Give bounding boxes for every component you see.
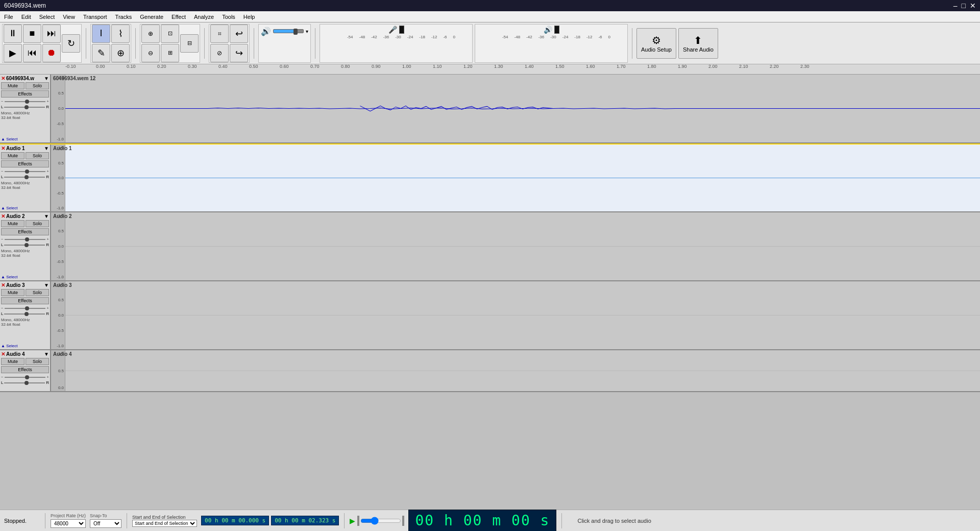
draw-tool-btn[interactable]: ✎ xyxy=(92,44,110,62)
minimize-btn[interactable]: – xyxy=(953,2,958,10)
track-5-effects[interactable]: Effects xyxy=(1,366,49,373)
play-pos-btn[interactable]: ▶ xyxy=(350,517,355,525)
multi-tool-btn[interactable]: ⊕ xyxy=(111,44,130,62)
track-1-mute[interactable]: Mute xyxy=(1,82,24,89)
menu-file[interactable]: File xyxy=(0,11,17,22)
track-3-solo[interactable]: Solo xyxy=(26,220,49,227)
menu-analyze[interactable]: Analyze xyxy=(190,11,218,22)
track-2-mute[interactable]: Mute xyxy=(1,152,24,159)
track-1-dropdown[interactable]: ▼ xyxy=(44,76,49,81)
track-3-mute[interactable]: Mute xyxy=(1,220,24,227)
sep2 xyxy=(135,28,136,59)
loop-btn[interactable]: ↻ xyxy=(62,34,80,53)
volume-dropdown[interactable]: ▾ xyxy=(306,29,308,34)
track-5-gain-slider[interactable] xyxy=(5,377,46,378)
project-rate-select[interactable]: 48000 44100 22050 xyxy=(51,519,86,528)
menu-help[interactable]: Help xyxy=(239,11,259,22)
track-3-dropdown[interactable]: ▼ xyxy=(44,213,49,219)
menu-effect[interactable]: Effect xyxy=(167,11,190,22)
menu-transport[interactable]: Transport xyxy=(79,11,111,22)
audio-setup-btn[interactable]: ⚙ Audio Setup xyxy=(636,28,676,59)
zoom-sel-btn[interactable]: ⊡ xyxy=(161,25,179,43)
next-btn[interactable]: ⏭ xyxy=(42,25,61,43)
track-3-effects[interactable]: Effects xyxy=(1,228,49,235)
toolbar: ⏸ ▶ ■ ⏮ ⏭ ⏺ ↻ I ✎ ⌇ ⊕ ⊕ ⊖ xyxy=(0,22,980,64)
zoom-out-btn[interactable]: ⊖ xyxy=(141,44,160,62)
trim-btn[interactable]: ⌗ xyxy=(210,25,229,43)
track-3-close[interactable]: ✕ xyxy=(1,213,5,219)
track-2-mute-solo: Mute Solo xyxy=(1,152,49,159)
track-4-mute[interactable]: Mute xyxy=(1,289,24,296)
track-5-mute[interactable]: Mute xyxy=(1,358,24,365)
timeline-ruler: -0.10 0.00 0.10 0.20 0.30 0.40 0.50 0.60… xyxy=(0,64,980,75)
zoom-in-btn[interactable]: ⊕ xyxy=(141,25,160,43)
track-3-waveform[interactable]: Audio 2 1.0 0.5 0.0 -0.5 -1.0 xyxy=(51,212,980,280)
track-1-gain-slider[interactable] xyxy=(5,101,46,102)
select-tool-btn[interactable]: I xyxy=(92,25,110,43)
track-4-dropdown[interactable]: ▼ xyxy=(44,282,49,288)
zoom-col2: ⊡ ⊞ xyxy=(161,25,179,62)
track-4-close[interactable]: ✕ xyxy=(1,282,5,288)
track-4-solo[interactable]: Solo xyxy=(26,289,49,296)
track-1-close[interactable]: ✕ xyxy=(1,76,5,81)
track-1-waveform[interactable]: 60496934.wem 12 1.0 0.5 0.0 -0.5 -1.0 xyxy=(51,75,980,142)
track-1-select[interactable]: ▲ Select xyxy=(1,137,49,141)
track-4-waveform[interactable]: Audio 3 1.0 0.5 0.0 -0.5 -1.0 xyxy=(51,281,980,349)
sep4 xyxy=(254,28,254,59)
track-5-svg xyxy=(65,350,980,391)
track-4-select[interactable]: ▲ Select xyxy=(1,344,49,348)
silence-btn[interactable]: ⊘ xyxy=(210,44,229,62)
track-3-gain-slider[interactable] xyxy=(5,239,46,240)
menu-select[interactable]: Select xyxy=(35,11,59,22)
track-2-solo[interactable]: Solo xyxy=(26,152,49,159)
track-1-pan-l: L xyxy=(1,105,3,109)
track-2-select[interactable]: ▲ Select xyxy=(1,206,49,210)
track-5-controls: ✕ Audio 4 ▼ Mute Solo Effects − + L xyxy=(0,350,51,391)
track-2-effects[interactable]: Effects xyxy=(1,160,49,167)
zoom-col1: ⊕ ⊖ xyxy=(141,25,160,62)
selection-start[interactable]: 00 h 00 m 00.000 s xyxy=(201,516,269,525)
playback-pos-group: ▶ xyxy=(350,516,404,526)
track-3-info: Mono, 48000Hz 32-bit float xyxy=(1,249,49,258)
maximize-btn[interactable]: □ xyxy=(962,2,966,10)
share-audio-icon: ⬆ xyxy=(694,34,702,46)
track-1-effects[interactable]: Effects xyxy=(1,90,49,98)
track-5-waveform[interactable]: Audio 4 1.0 0.5 0.0 xyxy=(51,350,980,391)
track-2-gain-slider[interactable] xyxy=(5,171,46,172)
selection-type-select[interactable]: Start and End of Selection xyxy=(132,520,197,527)
playback-pos-slider[interactable] xyxy=(360,517,401,525)
play-btn[interactable]: ▶ xyxy=(4,44,22,62)
track-4-gain-slider[interactable] xyxy=(5,308,46,309)
menu-edit[interactable]: Edit xyxy=(17,11,35,22)
track-5-dropdown[interactable]: ▼ xyxy=(44,351,49,357)
track-2-dropdown[interactable]: ▼ xyxy=(44,146,49,151)
redo-btn[interactable]: ↪ xyxy=(230,44,248,62)
zoom-fit-btn[interactable]: ⊞ xyxy=(161,44,179,62)
selection-end[interactable]: 00 h 00 m 02.323 s xyxy=(271,516,339,525)
zoom-all-btn[interactable]: ⊟ xyxy=(180,34,199,53)
undo-btn[interactable]: ↩ xyxy=(230,25,248,43)
envelope-tool-btn[interactable]: ⌇ xyxy=(111,25,130,43)
edit-group: ⌗ ⊘ ↩ ↪ xyxy=(209,24,250,63)
snap-select[interactable]: Off Nearest xyxy=(90,519,121,528)
menu-tools[interactable]: Tools xyxy=(218,11,239,22)
share-audio-btn[interactable]: ⬆ Share Audio xyxy=(678,28,718,59)
sep5 xyxy=(315,28,315,59)
track-2-close[interactable]: ✕ xyxy=(1,146,5,151)
stop-btn[interactable]: ■ xyxy=(23,25,41,43)
track-5-solo[interactable]: Solo xyxy=(26,358,49,365)
track-5-close[interactable]: ✕ xyxy=(1,351,5,357)
track-4-y-axis: 1.0 0.5 0.0 -0.5 -1.0 xyxy=(51,281,65,349)
menu-view[interactable]: View xyxy=(59,11,79,22)
track-2-waveform[interactable]: Audio 1 1.0 0.5 0.0 -0.5 -1.0 xyxy=(51,144,980,211)
pause-btn[interactable]: ⏸ xyxy=(4,25,22,43)
close-btn[interactable]: ✕ xyxy=(970,2,976,10)
track-4-svg xyxy=(65,281,980,349)
menu-generate[interactable]: Generate xyxy=(136,11,167,22)
prev-btn[interactable]: ⏮ xyxy=(23,44,41,62)
track-3-select[interactable]: ▲ Select xyxy=(1,275,49,279)
menu-tracks[interactable]: Tracks xyxy=(111,11,136,22)
track-1-solo[interactable]: Solo xyxy=(26,82,49,89)
track-4-effects[interactable]: Effects xyxy=(1,297,49,304)
record-btn[interactable]: ⏺ xyxy=(42,44,61,62)
